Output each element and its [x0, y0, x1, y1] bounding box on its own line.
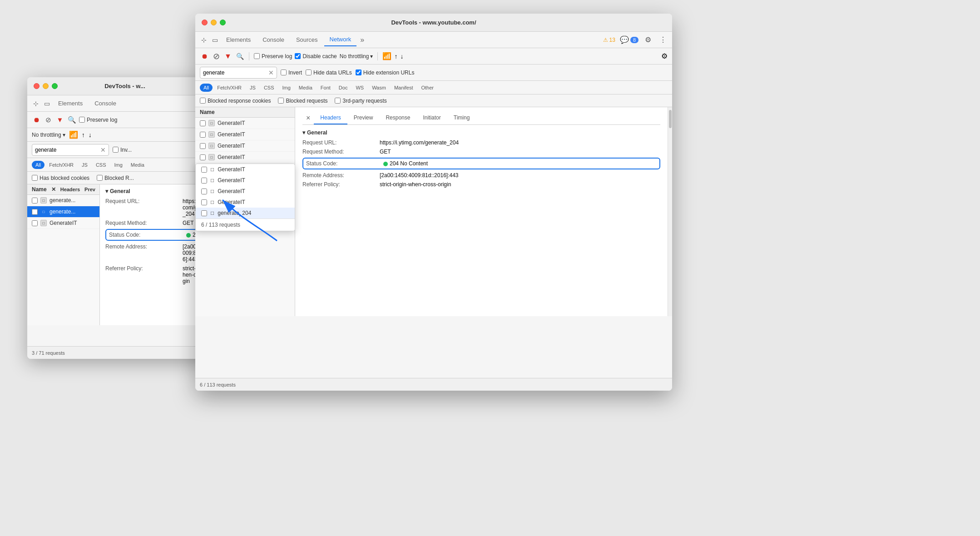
front-name-check-0[interactable] [200, 120, 206, 126]
back-filter-fetch[interactable]: Fetch/XHR [45, 161, 77, 169]
back-filter-all[interactable]: All [32, 161, 45, 169]
back-filter-img[interactable]: Img [111, 161, 126, 169]
front-filter-button[interactable]: ▼ [223, 52, 233, 61]
back-upload-icon[interactable]: ↑ [82, 131, 85, 139]
back-name-check-1[interactable] [32, 209, 38, 215]
front-filter-manifest[interactable]: Manifest [391, 84, 417, 92]
front-sub-tab-timing[interactable]: Timing [447, 112, 476, 124]
dropdown-item-2[interactable]: □ GenerateIT [196, 186, 295, 197]
front-tab-sources[interactable]: Sources [291, 34, 323, 46]
dropdown-item-0[interactable]: □ GenerateIT [196, 164, 295, 175]
front-name-check-1[interactable] [200, 132, 206, 138]
front-search-button[interactable]: 🔍 [235, 52, 244, 61]
front-blocked-cookies-checkbox[interactable] [200, 98, 206, 104]
dropdown-item-1[interactable]: □ GenerateIT [196, 175, 295, 186]
front-sub-tab-headers[interactable]: Headers [314, 112, 347, 124]
front-filter-all[interactable]: All [200, 84, 213, 92]
dropdown-check-1[interactable] [201, 178, 207, 184]
back-block-button[interactable]: ⊘ [44, 115, 53, 124]
back-filter-css[interactable]: CSS [92, 161, 110, 169]
back-name-row-0[interactable]: □ generate... [27, 195, 99, 206]
front-name-check-2[interactable] [200, 143, 206, 149]
front-settings-icon[interactable]: ⚙ [661, 52, 668, 60]
back-tab-console[interactable]: Console [89, 97, 122, 109]
front-blocked-requests-checkbox[interactable] [278, 98, 284, 104]
front-invert-label[interactable]: Invert [281, 69, 302, 76]
front-filter-font[interactable]: Font [317, 84, 334, 92]
front-tab-more[interactable]: » [357, 34, 367, 46]
front-filter-media[interactable]: Media [295, 84, 316, 92]
front-hide-data-checkbox[interactable] [306, 69, 312, 75]
back-close-button[interactable] [34, 83, 40, 89]
back-device-icon[interactable]: ▭ [42, 99, 52, 109]
back-preserve-log-label[interactable]: Preserve log [79, 117, 117, 123]
back-blocked-cookies-checkbox[interactable] [32, 175, 38, 181]
back-minimize-button[interactable] [43, 83, 49, 89]
front-maximize-button[interactable] [220, 20, 226, 25]
front-record-button[interactable]: ⏺ [200, 52, 209, 61]
back-invert-checkbox[interactable] [113, 147, 119, 153]
back-blocked-cookies-label[interactable]: Has blocked cookies [32, 175, 89, 181]
front-name-row-2[interactable]: □ GenerateIT [195, 140, 295, 152]
front-preserve-log-checkbox[interactable] [254, 53, 260, 59]
front-block-button[interactable]: ⊘ [212, 52, 221, 61]
front-filter-wasm[interactable]: Wasm [368, 84, 390, 92]
front-gear-icon[interactable]: ⚙ [643, 34, 653, 46]
front-filter-fetch[interactable]: Fetch/XHR [213, 84, 245, 92]
front-device-icon[interactable]: ▭ [210, 35, 220, 45]
front-tab-console[interactable]: Console [257, 34, 290, 46]
front-download-icon[interactable]: ↓ [400, 53, 403, 60]
back-invert-label[interactable]: Inv... [113, 147, 132, 153]
front-filter-ws[interactable]: WS [352, 84, 367, 92]
dropdown-item-3[interactable]: □ GenerateIT [196, 197, 295, 208]
front-scrollbar[interactable] [668, 107, 672, 316]
front-sub-tab-response[interactable]: Response [379, 112, 416, 124]
front-filter-img[interactable]: Img [279, 84, 294, 92]
front-cursor-icon[interactable]: ⊹ [199, 35, 209, 45]
back-name-check-2[interactable] [32, 220, 38, 226]
front-close-button[interactable] [202, 20, 208, 25]
front-upload-icon[interactable]: ↑ [394, 53, 397, 60]
front-third-party-label[interactable]: 3rd-party requests [335, 98, 386, 104]
front-filter-other[interactable]: Other [417, 84, 437, 92]
front-name-row-1[interactable]: □ GenerateIT [195, 129, 295, 140]
back-filter-media[interactable]: Media [127, 161, 148, 169]
back-download-icon[interactable]: ↓ [89, 131, 92, 139]
front-dots-icon[interactable]: ⋮ [658, 34, 668, 46]
back-search-input[interactable] [35, 147, 99, 153]
back-search-button[interactable]: 🔍 [67, 115, 76, 124]
front-name-row-3[interactable]: □ GenerateIT [195, 152, 295, 163]
front-sub-tab-close[interactable]: × [302, 112, 314, 124]
front-sub-tab-initiator[interactable]: Initiator [416, 112, 447, 124]
front-tab-elements[interactable]: Elements [221, 34, 256, 46]
front-search-input[interactable] [203, 69, 267, 76]
back-blocked-req-label[interactable]: Blocked R... [97, 175, 134, 181]
front-filter-doc[interactable]: Doc [335, 84, 351, 92]
front-preserve-log-label[interactable]: Preserve log [254, 53, 292, 60]
back-name-check-0[interactable] [32, 198, 38, 203]
front-blocked-requests-label[interactable]: Blocked requests [278, 98, 327, 104]
back-name-col-close[interactable]: ✕ [51, 186, 56, 193]
dropdown-check-0[interactable] [201, 167, 207, 173]
front-blocked-cookies-label[interactable]: Blocked response cookies [200, 98, 271, 104]
front-sub-tab-preview[interactable]: Preview [347, 112, 380, 124]
back-filter-button[interactable]: ▼ [55, 115, 64, 124]
dropdown-check-3[interactable] [201, 199, 207, 205]
front-name-row-0[interactable]: □ GenerateIT [195, 118, 295, 129]
front-search-clear[interactable]: ✕ [268, 69, 274, 76]
front-hide-ext-label[interactable]: Hide extension URLs [356, 69, 415, 76]
back-name-row-1[interactable]: □ generate... [27, 206, 99, 218]
front-name-check-3[interactable] [200, 154, 206, 160]
back-throttle-select[interactable]: No throttling ▾ [32, 132, 65, 138]
back-filter-js[interactable]: JS [78, 161, 91, 169]
front-disable-cache-label[interactable]: Disable cache [295, 53, 337, 60]
front-tab-network[interactable]: Network [324, 33, 357, 46]
dropdown-item-4[interactable]: □ generate_204 [196, 208, 295, 218]
front-invert-checkbox[interactable] [281, 69, 287, 75]
front-filter-css[interactable]: CSS [260, 84, 278, 92]
dropdown-check-4[interactable] [201, 210, 207, 216]
back-preserve-log-checkbox[interactable] [79, 117, 85, 123]
front-disable-cache-checkbox[interactable] [295, 53, 301, 59]
front-filter-js[interactable]: JS [246, 84, 259, 92]
back-search-clear[interactable]: ✕ [100, 146, 106, 154]
